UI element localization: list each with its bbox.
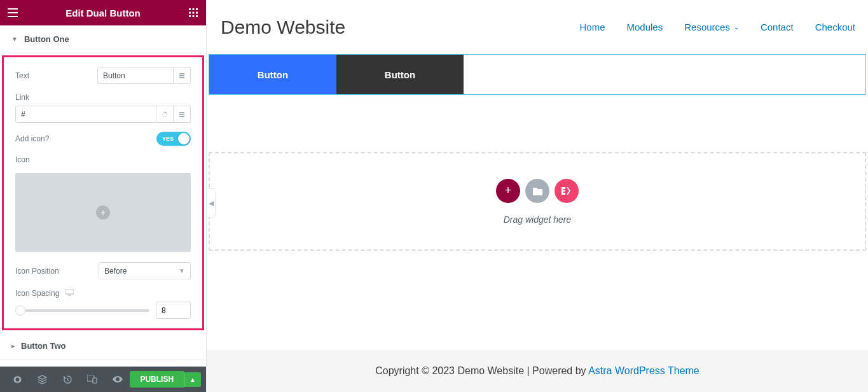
icon-spacing-input[interactable]: [156, 302, 191, 319]
nav-label: Resources: [684, 22, 730, 32]
link-input[interactable]: [15, 106, 156, 123]
site-nav: Home Modules Resources ⌄ Contact Checkou…: [580, 22, 856, 32]
dual-button-widget[interactable]: Button Button: [209, 54, 866, 95]
site-header: Demo Website Home Modules Resources ⌄ Co…: [207, 0, 868, 54]
panel-body: ▼ Button One Text Link: [0, 25, 206, 367]
panel-title: Edit Dual Button: [19, 8, 187, 18]
svg-rect-2: [196, 8, 198, 10]
svg-rect-1: [193, 8, 195, 10]
site-footer: Copyright © 2023 Demo Website | Powered …: [207, 350, 868, 392]
footer-theme-link[interactable]: Astra WordPress Theme: [588, 365, 699, 376]
add-section-icon[interactable]: +: [496, 179, 520, 203]
svg-rect-0: [189, 8, 191, 10]
dynamic-tags-link-icon[interactable]: [174, 106, 191, 123]
slider-thumb[interactable]: [15, 305, 25, 316]
svg-rect-3: [189, 12, 191, 14]
publish-options-button[interactable]: ▲: [184, 372, 201, 387]
dynamic-tags-icon[interactable]: [174, 67, 191, 84]
accordion-label: Button One: [24, 34, 69, 44]
grid-icon[interactable]: [187, 6, 200, 19]
editor-panel: Edit Dual Button ▼ Button One Text: [0, 0, 207, 392]
navigator-icon[interactable]: [30, 367, 55, 392]
button-text-input[interactable]: [97, 67, 174, 84]
chevron-down-icon: ▼: [11, 36, 18, 43]
svg-rect-9: [65, 289, 74, 294]
preview-area: Demo Website Home Modules Resources ⌄ Co…: [207, 0, 868, 392]
link-settings-icon[interactable]: [156, 106, 174, 123]
nav-modules[interactable]: Modules: [627, 22, 663, 32]
add-icon-toggle[interactable]: YES: [156, 132, 191, 146]
nav-home[interactable]: Home: [580, 22, 605, 32]
accordion-button-two[interactable]: ▸ Button Two: [0, 332, 206, 360]
button-one[interactable]: Button: [209, 55, 336, 94]
icon-picker[interactable]: +: [15, 173, 191, 252]
icon-spacing-slider[interactable]: [15, 309, 149, 312]
drop-zone[interactable]: + Drag widget here: [209, 152, 866, 251]
add-icon-label: Add icon?: [15, 134, 49, 143]
svg-rect-4: [193, 12, 195, 14]
accordion-label: Button Two: [21, 341, 66, 351]
svg-rect-5: [196, 12, 198, 14]
nav-checkout[interactable]: Checkout: [815, 22, 855, 32]
icon-spacing-label: Icon Spacing: [15, 289, 59, 298]
icon-position-select[interactable]: Before ▼: [99, 262, 191, 279]
svg-rect-11: [93, 378, 97, 383]
site-title: Demo Website: [221, 17, 345, 38]
icon-position-label: Icon Position: [15, 267, 59, 276]
text-label: Text: [15, 71, 29, 80]
panel-header: Edit Dual Button: [0, 0, 206, 25]
publish-button[interactable]: PUBLISH: [130, 371, 184, 388]
hamburger-icon[interactable]: [6, 6, 19, 19]
chevron-down-icon: ▼: [179, 267, 185, 274]
desktop-icon[interactable]: [65, 290, 74, 297]
history-icon[interactable]: [55, 367, 80, 392]
accordion-button-one[interactable]: ▼ Button One: [0, 25, 206, 53]
svg-rect-7: [193, 15, 195, 17]
add-icon-plus: +: [96, 206, 110, 220]
chevron-down-icon: ⌄: [734, 24, 739, 31]
nav-resources[interactable]: Resources ⌄: [684, 22, 739, 32]
template-library-icon[interactable]: [525, 179, 549, 203]
preview-icon[interactable]: [105, 367, 130, 392]
toggle-yes-label: YES: [162, 136, 174, 142]
chevron-right-icon: ▸: [11, 342, 15, 349]
panel-collapse-handle[interactable]: ◀: [207, 188, 216, 218]
nav-contact[interactable]: Contact: [761, 22, 794, 32]
icon-label: Icon: [15, 155, 30, 164]
settings-icon[interactable]: [5, 367, 30, 392]
drop-hint: Drag widget here: [504, 214, 572, 225]
responsive-mode-icon[interactable]: [80, 367, 105, 392]
svg-rect-8: [196, 15, 198, 17]
section-body: Text Link: [2, 55, 204, 330]
panel-footer: PUBLISH ▲: [0, 367, 206, 392]
toggle-knob: [178, 133, 189, 144]
select-value: Before: [104, 267, 127, 276]
elementskit-icon[interactable]: [555, 179, 579, 203]
button-two[interactable]: Button: [336, 55, 464, 94]
footer-text: Copyright © 2023 Demo Website | Powered …: [375, 365, 588, 376]
svg-rect-6: [189, 15, 191, 17]
link-label: Link: [15, 93, 191, 102]
